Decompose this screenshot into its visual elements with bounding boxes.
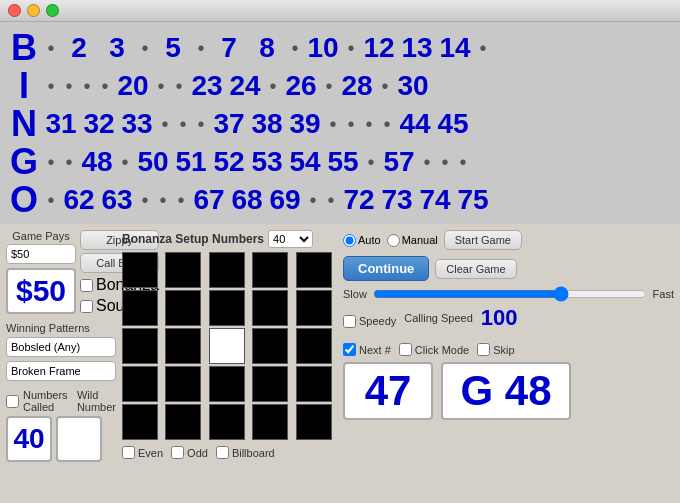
numbers-called-label: Numbers Called <box>23 389 69 413</box>
start-game-button[interactable]: Start Game <box>444 230 522 250</box>
next-hash-checkbox-label[interactable]: Next # <box>343 343 391 356</box>
odd-checkbox[interactable] <box>171 446 184 459</box>
bonanza-cell-1-4 <box>296 290 332 326</box>
sound-checkbox[interactable] <box>80 300 93 313</box>
bingo-number-68: 68 <box>228 186 266 214</box>
window-controls[interactable] <box>8 4 59 17</box>
auto-radio[interactable] <box>343 234 356 247</box>
bingo-dot: • <box>174 114 192 134</box>
bonanza-cell-2-1 <box>165 328 201 364</box>
bingo-dot: • <box>320 76 338 96</box>
bingo-dot: • <box>152 76 170 96</box>
manual-radio[interactable] <box>387 234 400 247</box>
right-panel: Auto Manual Start Game Continue Clear Ga… <box>343 230 674 462</box>
bingo-dot: • <box>78 76 96 96</box>
bingo-dot: • <box>170 76 188 96</box>
numbers-called-value: 40 <box>6 416 52 462</box>
bonanza-cell-0-0 <box>122 252 158 288</box>
bingo-number-8: 8 <box>248 34 286 62</box>
skip-checkbox[interactable] <box>477 343 490 356</box>
bottom-options-row: Next # Click Mode Skip <box>343 343 674 356</box>
bingo-dot: • <box>192 38 210 58</box>
bingo-letter-n: N <box>6 106 42 142</box>
bingo-dot: • <box>156 114 174 134</box>
skip-checkbox-label[interactable]: Skip <box>477 343 514 356</box>
bingo-dot: • <box>324 114 342 134</box>
bingo-number-74: 74 <box>416 186 454 214</box>
minimize-button[interactable] <box>27 4 40 17</box>
bonanza-cell-1-0 <box>122 290 158 326</box>
bingo-number-63: 63 <box>98 186 136 214</box>
speedy-checkbox[interactable] <box>343 315 356 328</box>
bingo-number-32: 32 <box>80 110 118 138</box>
bingo-number-69: 69 <box>266 186 304 214</box>
click-mode-checkbox[interactable] <box>399 343 412 356</box>
billboard-checkbox-label[interactable]: Billboard <box>216 446 275 459</box>
pattern2-select[interactable]: Broken Frame Coverall Any Line <box>6 361 116 381</box>
bingo-number-48: 48 <box>78 148 116 176</box>
bonanza-number-select[interactable]: 40 45 50 <box>268 230 313 248</box>
bingo-number-33: 33 <box>118 110 156 138</box>
bonanza-cell-0-3 <box>252 252 288 288</box>
bingo-dot: • <box>192 114 210 134</box>
bingo-dot: • <box>454 152 472 172</box>
clear-game-button[interactable]: Clear Game <box>435 259 516 279</box>
numbers-called-section: Numbers Called WildNumber 40 <box>6 389 116 462</box>
bingo-dot: • <box>42 152 60 172</box>
bingo-number-14: 14 <box>436 34 474 62</box>
bingo-number-72: 72 <box>340 186 378 214</box>
bingo-letter-o: O <box>6 182 42 218</box>
odd-checkbox-label[interactable]: Odd <box>171 446 208 459</box>
bingo-number-7: 7 <box>210 34 248 62</box>
bingo-number-55: 55 <box>324 148 362 176</box>
bingo-letter-i: I <box>6 68 42 104</box>
bingo-dot: • <box>172 190 190 210</box>
bingo-number-20: 20 <box>114 72 152 100</box>
bingo-number-53: 53 <box>248 148 286 176</box>
auto-radio-label[interactable]: Auto <box>343 234 381 247</box>
bingo-dot: • <box>286 38 304 58</box>
bingo-dot: • <box>418 152 436 172</box>
maximize-button[interactable] <box>46 4 59 17</box>
big-number-row: 47 G 48 <box>343 362 674 420</box>
bingo-number-13: 13 <box>398 34 436 62</box>
bonanza-cell-3-3 <box>252 366 288 402</box>
bingo-dot: • <box>60 152 78 172</box>
options-row: Speedy Calling Speed 100 <box>343 305 674 337</box>
wild-number-label: WildNumber <box>77 389 116 413</box>
bingo-dot: • <box>136 190 154 210</box>
speed-slider[interactable] <box>373 287 647 301</box>
pattern1-select[interactable]: Bobsled (Any) Any Line Full Card <box>6 337 116 357</box>
billboard-checkbox[interactable] <box>216 446 229 459</box>
bonanza-cell-3-0 <box>122 366 158 402</box>
bingo-number-30: 30 <box>394 72 432 100</box>
bingo-row-o: O•6263•••676869••72737475 <box>6 182 674 218</box>
speedy-checkbox-label[interactable]: Speedy <box>343 315 396 328</box>
close-button[interactable] <box>8 4 21 17</box>
bonanza-grid <box>122 252 337 440</box>
bingo-board: B•23•5•78•10•121314•I••••20••2324•26•28•… <box>0 22 680 224</box>
bingo-number-3: 3 <box>98 34 136 62</box>
winning-patterns-label: Winning Patterns <box>6 322 116 334</box>
bonanza-cell-1-2 <box>209 290 245 326</box>
click-mode-checkbox-label[interactable]: Click Mode <box>399 343 469 356</box>
game-pays-label: Game Pays <box>6 230 76 242</box>
next-hash-checkbox[interactable] <box>343 343 356 356</box>
bonanza-checkboxes: Even Odd Billboard <box>122 446 337 459</box>
even-checkbox-label[interactable]: Even <box>122 446 163 459</box>
even-checkbox[interactable] <box>122 446 135 459</box>
bingo-number-45: 45 <box>434 110 472 138</box>
game-pays-select[interactable]: $50 $25 $100 <box>6 244 76 264</box>
numbers-called-checkbox[interactable] <box>6 395 19 408</box>
bonanza-cell-4-4 <box>296 404 332 440</box>
bingo-dot: • <box>304 190 322 210</box>
bingo-dot: • <box>436 152 454 172</box>
bingo-number-62: 62 <box>60 186 98 214</box>
bonanza-checkbox[interactable] <box>80 279 93 292</box>
bingo-row-n: N313233•••373839••••4445 <box>6 106 674 142</box>
bingo-dot: • <box>362 152 380 172</box>
continue-button[interactable]: Continue <box>343 256 429 281</box>
bingo-dot: • <box>154 190 172 210</box>
speed-row: Slow Fast <box>343 287 674 301</box>
manual-radio-label[interactable]: Manual <box>387 234 438 247</box>
